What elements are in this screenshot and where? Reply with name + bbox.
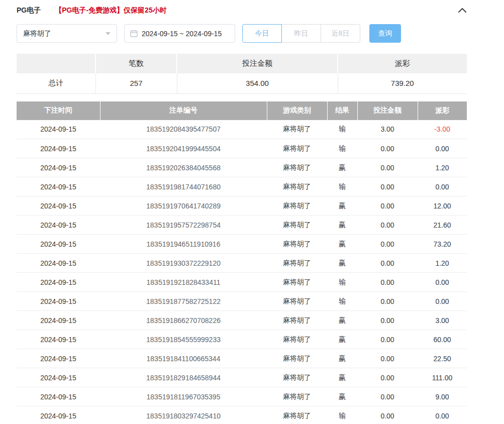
game-type-cell: 麻将胡了: [267, 139, 327, 158]
bet-amount-cell: 0.00: [357, 158, 418, 177]
result-cell: 输: [327, 139, 357, 158]
table-row: 2024-09-151835191811967035395麻将胡了赢0.009.…: [17, 387, 467, 406]
payout-cell: 22.50: [418, 349, 467, 368]
bet-time-cell: 2024-09-15: [17, 273, 100, 292]
table-row: 2024-09-151835191803297425410麻将胡了输0.000.…: [17, 406, 467, 424]
bet-amount-cell: 3.00: [357, 120, 418, 139]
bet-time-cell: 2024-09-15: [17, 235, 100, 254]
bet-amount-cell: 0.00: [357, 254, 418, 273]
game-type-cell: 麻将胡了: [267, 311, 327, 330]
game-type-cell: 麻将胡了: [267, 216, 327, 235]
bet-id-cell: 1835191981744071680: [100, 177, 267, 196]
bet-amount-cell: 0.00: [357, 387, 418, 406]
table-row: 2024-09-151835191841100665344麻将胡了赢0.0022…: [17, 349, 467, 368]
bet-time-cell: 2024-09-15: [17, 120, 100, 139]
game-select[interactable]: 麻将胡了: [17, 24, 117, 43]
table-row: 2024-09-151835191877582725122麻将胡了输0.000.…: [17, 292, 467, 311]
bet-time-cell: 2024-09-15: [17, 254, 100, 273]
bet-time-cell: 2024-09-15: [17, 349, 100, 368]
result-cell: 输: [327, 406, 357, 424]
bet-amount-cell: 0.00: [357, 330, 418, 349]
bet-time-cell: 2024-09-15: [17, 368, 100, 387]
summary-header-count: 笔数: [95, 54, 177, 73]
game-type-cell: 麻将胡了: [267, 254, 327, 273]
header-bet-id: 注单编号: [100, 101, 267, 120]
bet-amount-cell: 0.00: [357, 273, 418, 292]
bet-amount-cell: 0.00: [357, 406, 418, 424]
summary-table: 笔数 投注金额 派彩 总计 257 354.00 739.20: [17, 54, 467, 94]
result-cell: 输: [327, 120, 357, 139]
summary-total-bet-amount: 354.00: [177, 73, 338, 93]
game-type-cell: 麻将胡了: [267, 330, 327, 349]
bet-amount-cell: 0.00: [357, 349, 418, 368]
filter-bar: 麻将胡了 2024-09-15 ~ 2024-09-15 今日 昨日 近8日 查…: [17, 24, 467, 43]
header-game-type: 游戏类别: [267, 101, 327, 120]
game-type-cell: 麻将胡了: [267, 292, 327, 311]
table-row: 2024-09-151835192084395477507麻将胡了输3.00-3…: [17, 120, 467, 139]
result-cell: 赢: [327, 216, 357, 235]
bet-id-cell: 1835191866270708226: [100, 311, 267, 330]
bet-id-cell: 1835191946511910916: [100, 235, 267, 254]
pg-records-panel: PG电子 【PG电子-免费游戏】仅保留25小时 麻将胡了 2024-09-15 …: [0, 0, 504, 424]
bet-time-cell: 2024-09-15: [17, 216, 100, 235]
bet-amount-cell: 0.00: [357, 292, 418, 311]
bet-amount-cell: 0.00: [357, 177, 418, 196]
records-body: 2024-09-151835192084395477507麻将胡了输3.00-3…: [17, 120, 467, 424]
table-row: 2024-09-151835191866270708226麻将胡了赢0.003.…: [17, 311, 467, 330]
bet-id-cell: 1835191854555999233: [100, 330, 267, 349]
bet-amount-cell: 0.00: [357, 311, 418, 330]
payout-cell: 1.20: [418, 254, 467, 273]
chevron-up-icon: [458, 6, 467, 15]
last-8-days-button[interactable]: 近8日: [321, 24, 360, 43]
yesterday-button[interactable]: 昨日: [281, 24, 321, 43]
table-row: 2024-09-151835191970641740289麻将胡了赢0.0012…: [17, 196, 467, 216]
game-type-cell: 麻将胡了: [267, 120, 327, 139]
result-cell: 赢: [327, 196, 357, 216]
game-type-cell: 麻将胡了: [267, 368, 327, 387]
today-button[interactable]: 今日: [242, 24, 282, 43]
payout-cell: 60.00: [418, 330, 467, 349]
payout-cell: 111.00: [418, 368, 467, 387]
game-type-cell: 麻将胡了: [267, 235, 327, 254]
calendar-icon: [130, 30, 138, 37]
bet-amount-cell: 0.00: [357, 216, 418, 235]
game-type-cell: 麻将胡了: [267, 158, 327, 177]
bet-amount-cell: 0.00: [357, 368, 418, 387]
game-type-cell: 麻将胡了: [267, 387, 327, 406]
collapse-button[interactable]: [458, 6, 467, 15]
payout-cell: 0.00: [418, 406, 467, 424]
search-button[interactable]: 查询: [369, 24, 401, 43]
bet-id-cell: 1835192041999445504: [100, 139, 267, 158]
table-row: 2024-09-151835191957572298754麻将胡了赢0.0021…: [17, 216, 467, 235]
payout-cell: 1.20: [418, 158, 467, 177]
result-cell: 赢: [327, 254, 357, 273]
bet-time-cell: 2024-09-15: [17, 196, 100, 216]
game-type-cell: 麻将胡了: [267, 406, 327, 424]
bet-time-cell: 2024-09-15: [17, 139, 100, 158]
records-table: 下注时间 注单编号 游戏类别 结果 投注金额 派彩 2024-09-151835…: [17, 101, 467, 424]
result-cell: 赢: [327, 387, 357, 406]
table-row: 2024-09-151835191930372229120麻将胡了赢0.001.…: [17, 254, 467, 273]
header-bet-amount: 投注金额: [357, 101, 418, 120]
bet-id-cell: 1835191877582725122: [100, 292, 267, 311]
date-range-picker[interactable]: 2024-09-15 ~ 2024-09-15: [124, 24, 235, 43]
bet-time-cell: 2024-09-15: [17, 406, 100, 424]
header-bet-time: 下注时间: [17, 101, 100, 120]
summary-total-row: 总计 257 354.00 739.20: [17, 73, 467, 93]
bet-amount-cell: 0.00: [357, 196, 418, 216]
payout-cell: 0.00: [418, 139, 467, 158]
result-cell: 输: [327, 273, 357, 292]
game-type-cell: 麻将胡了: [267, 196, 327, 216]
bet-id-cell: 1835192026384045568: [100, 158, 267, 177]
summary-header-bet-amount: 投注金额: [177, 54, 338, 73]
payout-cell: 73.20: [418, 235, 467, 254]
game-type-cell: 麻将胡了: [267, 349, 327, 368]
payout-cell: 21.60: [418, 216, 467, 235]
bet-id-cell: 1835191957572298754: [100, 216, 267, 235]
result-cell: 赢: [327, 368, 357, 387]
summary-header-blank: [17, 54, 95, 73]
bet-id-cell: 1835191841100665344: [100, 349, 267, 368]
chevron-down-icon: [106, 32, 111, 35]
table-row: 2024-09-151835191981744071680麻将胡了输0.000.…: [17, 177, 467, 196]
result-cell: 赢: [327, 311, 357, 330]
